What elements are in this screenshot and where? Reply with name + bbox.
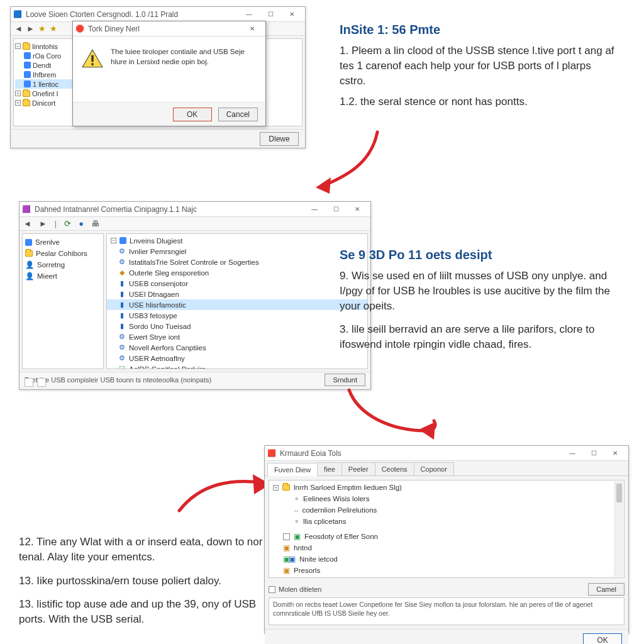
- ok-button[interactable]: OK: [173, 108, 212, 121]
- nav-item[interactable]: 👤Mieert: [25, 270, 101, 282]
- back-icon[interactable]: ◄: [23, 219, 31, 228]
- list-item[interactable]: ▣▣Nnite ietcod: [269, 553, 624, 565]
- app-icon: 🟪: [22, 205, 31, 214]
- para: 13. Iike purtosskina/ern touse poliert d…: [19, 574, 283, 589]
- maximize-button[interactable]: ☐: [260, 8, 281, 21]
- list-item[interactable]: ⚙IstatitalsTrie Solret Controle or Soger…: [107, 257, 367, 267]
- tab[interactable]: Peeler: [341, 462, 375, 475]
- footer-icon[interactable]: [25, 378, 33, 387]
- tree-item[interactable]: Dendt: [15, 60, 80, 70]
- list-heading[interactable]: −Lnveins Dlugiest: [107, 235, 367, 246]
- dialog-app-icon: 🛑: [75, 25, 84, 33]
- para: 12. Tine any Wlat with a or inserd eata,…: [19, 535, 283, 565]
- window-1-title: Loove Sioen Ctorten Cersgnodl. 1.0 /11 P…: [26, 10, 238, 19]
- tree-item-selected[interactable]: 1 llentoc: [15, 79, 80, 89]
- star2-icon[interactable]: ★: [50, 24, 57, 33]
- para: 1.2. the seral stence or nont has pontts…: [340, 94, 616, 109]
- list-item[interactable]: ▣Presorls: [269, 565, 624, 576]
- description-box: Domith on recbs teaet Lower Conpetlone f…: [269, 597, 625, 625]
- minimize-button[interactable]: —: [238, 8, 260, 21]
- device-list-pane[interactable]: −Lnveins Dlugiest ⚙Ivnlier Pemrsngiel ⚙I…: [106, 233, 368, 369]
- dialog-title: Tork Diney Nerl: [88, 25, 242, 33]
- checkbox[interactable]: [269, 586, 275, 593]
- list-heading[interactable]: +lnrrh Sarloed Emptim lieduen Slg): [269, 482, 624, 493]
- print-icon[interactable]: 🖶: [91, 219, 99, 228]
- tab[interactable]: Ceotens: [375, 462, 414, 475]
- cancel-button[interactable]: Camel: [588, 583, 625, 596]
- heading: Se 9 3D Po 11 oets desipt: [340, 248, 616, 262]
- arrow-icon: [170, 467, 277, 523]
- feature-list[interactable]: +lnrrh Sarloed Emptim lieduen Slg) ∘Eeli…: [269, 480, 625, 578]
- close-button[interactable]: ✕: [604, 447, 626, 460]
- list-item[interactable]: ▮USB3 fetosype: [107, 310, 367, 321]
- nav-item[interactable]: 👤Sorretng: [25, 259, 101, 270]
- tree-item[interactable]: −Iinntohis: [15, 42, 80, 51]
- nav-item[interactable]: Srenlve: [25, 236, 101, 248]
- tab[interactable]: Coponor: [414, 462, 454, 475]
- list-item[interactable]: ⚙Ewert Strye iont: [107, 331, 367, 342]
- list-item[interactable]: ⚙Ivnlier Pemrsngiel: [107, 246, 367, 257]
- window-3-titlebar[interactable]: 🟥 Krmaurd Eoia Tols — ☐ ✕: [265, 446, 628, 461]
- tab-strip: Fuven Diew fiee Peeler Ceotens Coponor: [265, 461, 628, 476]
- status-text: Teet the USB compisleir USB tounn ts nte…: [25, 376, 211, 384]
- list-item[interactable]: ⚙USER Aetnoaflny: [107, 353, 367, 364]
- dialog-close-button[interactable]: ✕: [242, 23, 263, 35]
- list-item[interactable]: –codernlion Pelirelutions: [269, 504, 624, 516]
- tree-item[interactable]: Ihfbrem: [15, 70, 80, 79]
- list-item[interactable]: ∘Eelinees Wisis lolers: [269, 493, 624, 504]
- tree-item[interactable]: +Onefint I: [15, 89, 80, 98]
- minimize-button[interactable]: —: [562, 447, 583, 460]
- list-item[interactable]: ⚙Novell Aerfors Canptiies: [107, 342, 367, 353]
- minimize-button[interactable]: —: [304, 203, 325, 216]
- forward-icon[interactable]: ►: [39, 219, 47, 228]
- instruction-block-2: Se 9 3D Po 11 oets desipt 9. Wis se used…: [340, 248, 616, 352]
- maximize-button[interactable]: ☐: [325, 203, 347, 216]
- window-3: 🟥 Krmaurd Eoia Tols — ☐ ✕ Fuven Diew fie…: [264, 445, 629, 634]
- warning-icon: [82, 49, 103, 68]
- para: 1. Pleem a lin clood of the USSB stence …: [340, 43, 616, 88]
- nav-item[interactable]: Peslar Cohibors: [25, 248, 101, 259]
- arrow-icon: [340, 380, 447, 443]
- globe-icon[interactable]: ●: [79, 219, 84, 228]
- close-button[interactable]: ✕: [281, 8, 303, 21]
- refresh-icon[interactable]: ⟳: [64, 219, 71, 228]
- scrollbar-thumb[interactable]: [616, 484, 622, 502]
- svg-marker-3: [316, 177, 331, 194]
- ok-button[interactable]: OK: [583, 633, 622, 645]
- tree-item[interactable]: rOa Coro: [15, 51, 80, 60]
- list-item[interactable]: ∘llia cplicetans: [269, 516, 624, 527]
- para: 13. listific top ause ade and up the 39,…: [19, 597, 283, 627]
- checkbox-row[interactable]: Molen ditieten: [269, 586, 322, 593]
- list-item-selected[interactable]: ▮USE hlisrfamostic: [107, 299, 367, 310]
- list-item[interactable]: ▮Sordo Uno Tueisad: [107, 321, 367, 331]
- instruction-block-1: InSite 1: 56 Pmte 1. Pleem a lin clood o…: [340, 23, 616, 109]
- left-nav-pane[interactable]: Srenlve Peslar Cohibors 👤Sorretng 👤Mieer…: [22, 233, 104, 369]
- list-item[interactable]: ◆Outerle Sleg ensporetion: [107, 267, 367, 278]
- para: 3. lile seill berravid an are serve a li…: [340, 322, 616, 352]
- back-icon[interactable]: ◄: [14, 24, 23, 33]
- close-button[interactable]: ✕: [347, 203, 368, 216]
- footer-button[interactable]: Dlewe: [260, 132, 299, 146]
- cancel-button[interactable]: Cancel: [218, 108, 258, 121]
- star-icon[interactable]: ★: [38, 24, 46, 33]
- instruction-block-3: 12. Tine any Wlat with a or inserd eata,…: [19, 535, 283, 627]
- checkbox-label: Molen ditieten: [279, 586, 322, 593]
- list-item[interactable]: ▣Feosdoty of Efler Sonn: [269, 531, 624, 542]
- window-2-titlebar[interactable]: 🟪 Dahned Intatnanrel Cornertia Cinipagny…: [19, 202, 370, 217]
- tab[interactable]: fiee: [317, 462, 342, 475]
- list-item[interactable]: ▮USEI Dtnagaen: [107, 289, 367, 299]
- tree-item[interactable]: +Dinicort: [15, 98, 80, 108]
- footer-icon[interactable]: [37, 378, 46, 387]
- window-1-titlebar[interactable]: 🟦 Loove Sioen Ctorten Cersgnodl. 1.0 /11…: [11, 7, 305, 22]
- svg-marker-4: [419, 422, 435, 440]
- list-item[interactable]: ☑AelRS Cenitloal Parlyirs: [107, 364, 367, 369]
- forward-icon[interactable]: ►: [26, 24, 35, 33]
- tab-active[interactable]: Fuven Diew: [267, 463, 318, 476]
- heading: InSite 1: 56 Pmte: [340, 23, 616, 37]
- para: 9. Wis se used en of liilt musses of USB…: [340, 269, 616, 313]
- maximize-button[interactable]: ☐: [583, 447, 604, 460]
- window-2: 🟪 Dahned Intatnanrel Cornertia Cinipagny…: [19, 201, 371, 390]
- list-item[interactable]: ▮USEB consenjotor: [107, 278, 367, 289]
- list-item[interactable]: ▣hntnd: [269, 542, 624, 553]
- scrollbar[interactable]: [614, 481, 623, 577]
